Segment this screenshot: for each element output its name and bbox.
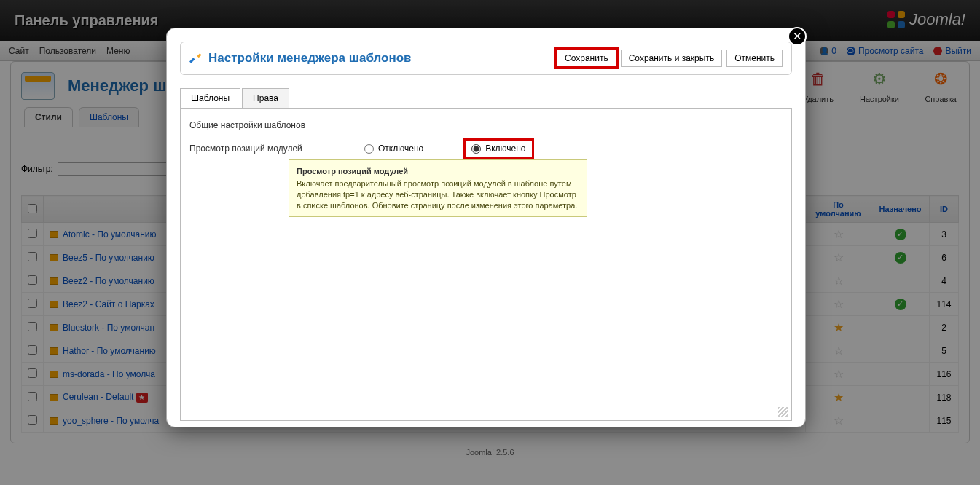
modal-title: Настройки менеджера шаблонов bbox=[208, 51, 412, 66]
modal-toolbar: Настройки менеджера шаблонов Сохранить С… bbox=[180, 42, 792, 75]
radio-on[interactable] bbox=[471, 144, 481, 154]
cancel-button[interactable]: Отменить bbox=[726, 50, 783, 67]
modal-body: Общие настройки шаблонов Просмотр позици… bbox=[180, 108, 792, 421]
field-tooltip: Просмотр позиций модулей Включает предва… bbox=[289, 159, 587, 217]
tooltip-body: Включает предварительный просмотр позици… bbox=[297, 179, 577, 210]
save-button[interactable]: Сохранить bbox=[557, 50, 616, 67]
save-close-button[interactable]: Сохранить и закрыть bbox=[621, 50, 722, 67]
modal-close-button[interactable]: ✕ bbox=[788, 27, 807, 46]
option-off[interactable]: Отключено bbox=[364, 143, 423, 154]
modal-tab-templates[interactable]: Шаблоны bbox=[180, 88, 240, 108]
close-icon: ✕ bbox=[793, 30, 802, 43]
resize-grip-icon[interactable] bbox=[778, 407, 788, 417]
modal-tab-rights[interactable]: Права bbox=[242, 88, 289, 108]
section-heading: Общие настройки шаблонов bbox=[189, 120, 783, 130]
tooltip-title: Просмотр позиций модулей bbox=[297, 166, 579, 177]
wrench-icon bbox=[189, 52, 203, 65]
field-label-positions: Просмотр позиций модулей bbox=[189, 143, 335, 154]
settings-modal: ✕ Настройки менеджера шаблонов Сохранить… bbox=[166, 28, 806, 427]
radio-off[interactable] bbox=[364, 144, 374, 154]
option-on[interactable]: Включено bbox=[467, 142, 530, 155]
